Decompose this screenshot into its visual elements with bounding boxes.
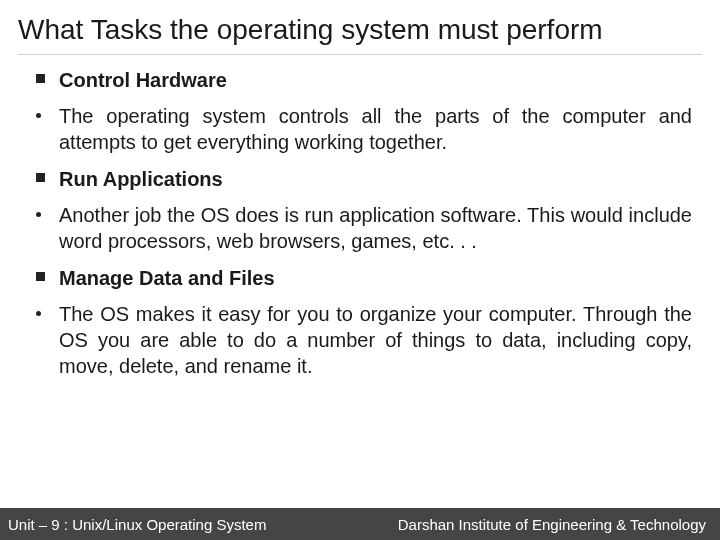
section-heading: Run Applications — [36, 166, 692, 192]
section-heading: Control Hardware — [36, 67, 692, 93]
section-body: The OS makes it easy for you to organize… — [36, 301, 692, 380]
body-text: The OS makes it easy for you to organize… — [59, 301, 692, 380]
heading-text: Control Hardware — [59, 67, 227, 93]
footer-right: Darshan Institute of Engineering & Techn… — [398, 516, 706, 533]
section-body: The operating system controls all the pa… — [36, 103, 692, 156]
heading-text: Run Applications — [59, 166, 223, 192]
footer-left: Unit – 9 : Unix/Linux Operating System — [8, 516, 266, 533]
dot-bullet-icon — [36, 212, 41, 217]
section-body: Another job the OS does is run applicati… — [36, 202, 692, 255]
slide-footer: Unit – 9 : Unix/Linux Operating System D… — [0, 508, 720, 540]
dot-bullet-icon — [36, 113, 41, 118]
dot-bullet-icon — [36, 311, 41, 316]
slide-title: What Tasks the operating system must per… — [18, 14, 702, 55]
square-bullet-icon — [36, 173, 45, 182]
square-bullet-icon — [36, 74, 45, 83]
body-text: The operating system controls all the pa… — [59, 103, 692, 156]
body-text: Another job the OS does is run applicati… — [59, 202, 692, 255]
slide-content: Control Hardware The operating system co… — [18, 67, 702, 380]
section-heading: Manage Data and Files — [36, 265, 692, 291]
square-bullet-icon — [36, 272, 45, 281]
slide: What Tasks the operating system must per… — [0, 0, 720, 540]
heading-text: Manage Data and Files — [59, 265, 275, 291]
